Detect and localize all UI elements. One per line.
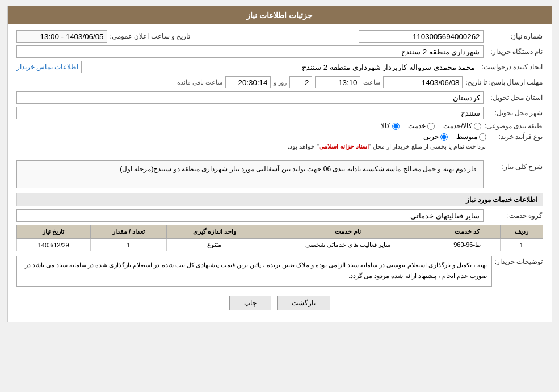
subject-label: طبقه بندی موضوعی: <box>484 122 543 130</box>
cell-qty-1: 1 <box>90 239 166 251</box>
buyer-org-input[interactable] <box>16 45 484 58</box>
radio-kala-input[interactable] <box>392 123 400 130</box>
buttons-row: بازگشت چاپ <box>16 296 543 310</box>
page-container: جزئیات اطلاعات نیاز شماره نیاز: تاریخ و … <box>7 6 552 322</box>
col-unit: واحد اندازه گیری <box>167 225 262 239</box>
creator-label: ایجاد کننده درخواست: <box>481 63 543 71</box>
divider-1 <box>16 155 543 155</box>
radio-kala: کالا <box>381 122 400 130</box>
buyer-org-label: نام دستگاه خریدار: <box>486 48 543 56</box>
subject-radio-group: کالا/خدمت خدمت کالا <box>381 122 481 130</box>
row-buyer-org: نام دستگاه خریدار: <box>16 45 543 58</box>
cell-date-1: 1403/12/29 <box>16 239 90 251</box>
process-description: پرداخت تمام یا بخشی از مبلغ خریدار از مح… <box>16 143 486 150</box>
need-number-input[interactable] <box>359 30 484 43</box>
radio-mutavasit-input[interactable] <box>479 133 486 141</box>
deadline-time-input[interactable] <box>315 76 360 88</box>
radio-mutavasit: متوسط <box>456 133 486 141</box>
row-group-service: گروه خدمت: <box>16 209 543 222</box>
days-label: روز و <box>274 79 287 86</box>
row-province: استان محل تحویل: <box>16 91 543 104</box>
timer-remaining-label: ساعت باقی مانده <box>177 79 222 86</box>
row-creator: ایجاد کننده درخواست: اطلاعات تماس خریدار <box>16 61 543 73</box>
creator-input[interactable] <box>81 61 478 73</box>
print-button[interactable]: چاپ <box>229 296 271 310</box>
city-input[interactable] <box>16 107 484 119</box>
col-code: کد خدمت <box>434 225 500 239</box>
city-label: شهر محل تحویل: <box>486 109 543 117</box>
radio-khidmat: خدمت <box>408 122 435 130</box>
buyer-notes-section: توضیحات خریدار: تهیه ، تکمیل و بارگذاری … <box>16 256 543 287</box>
creator-contact-link[interactable]: اطلاعات تماس خریدار <box>16 63 79 71</box>
process-label: نوع فرآیند خرید: <box>486 133 543 141</box>
table-header-row: ردیف کد خدمت نام خدمت واحد اندازه گیری ت… <box>16 225 543 239</box>
need-desc-label: شرح کلی نیاز: <box>486 160 543 171</box>
radio-kala-khidmat-input[interactable] <box>474 123 481 130</box>
deadline-days-input[interactable] <box>289 76 312 88</box>
content-area: شماره نیاز: تاریخ و ساعت اعلان عمومی: نا… <box>8 24 552 322</box>
radio-mutavasit-label: متوسط <box>456 133 477 141</box>
services-table: ردیف کد خدمت نام خدمت واحد اندازه گیری ت… <box>16 225 543 251</box>
need-description-box: فاز دوم تهیه و حمل مصالح ماسه شکسته بادا… <box>16 160 484 188</box>
group-service-label: گروه خدمت: <box>486 212 543 220</box>
cell-name-1: سایر فعالیت های خدماتی شخصی <box>262 239 434 251</box>
row-process: نوع فرآیند خرید: متوسط جزیی پرداخت تمام … <box>16 133 543 150</box>
row-city: شهر محل تحویل: <box>16 107 543 119</box>
timer-input[interactable] <box>225 76 271 88</box>
radio-khidmat-input[interactable] <box>427 123 435 130</box>
deadline-label: مهلت ارسال پاسخ: تا تاریخ: <box>465 78 543 86</box>
col-row: ردیف <box>501 225 543 239</box>
highlight-text: اسناد خزانه اسلامی <box>319 143 369 150</box>
page-header: جزئیات اطلاعات نیاز <box>8 6 552 24</box>
col-name: نام خدمت <box>262 225 434 239</box>
row-need-number: شماره نیاز: تاریخ و ساعت اعلان عمومی: <box>16 30 543 43</box>
col-date: تاریخ نیاز <box>16 225 90 239</box>
radio-kala-label: کالا <box>381 122 390 130</box>
province-input[interactable] <box>16 91 484 104</box>
radio-kala-khidmat-label: کالا/خدمت <box>443 122 472 130</box>
radio-juzii: جزیی <box>423 133 448 141</box>
row-subject: طبقه بندی موضوعی: کالا/خدمت خدمت کالا <box>16 122 543 130</box>
province-label: استان محل تحویل: <box>486 94 543 102</box>
date-input[interactable] <box>16 30 107 43</box>
date-label: تاریخ و ساعت اعلان عمومی: <box>110 32 191 40</box>
table-row: 1 ط-96-960 سایر فعالیت های خدماتی شخصی م… <box>16 239 543 251</box>
cell-code-1: ط-96-960 <box>434 239 500 251</box>
buyer-notes-content: تهیه ، تکمیل و بارگذاری استعلام بیوستی د… <box>16 256 492 287</box>
radio-juzii-label: جزیی <box>423 133 439 141</box>
cell-row-1: 1 <box>501 239 543 251</box>
radio-khidmat-label: خدمت <box>408 122 426 130</box>
process-radio-group: متوسط جزیی <box>16 133 486 141</box>
services-section: اطلاعات خدمات مورد نیاز گروه خدمت: ردیف … <box>16 193 543 251</box>
back-button[interactable]: بازگشت <box>277 296 330 310</box>
buyer-notes-label: توضیحات خریدار: <box>495 256 543 265</box>
radio-kala-khidmat: کالا/خدمت <box>443 122 481 130</box>
group-service-input[interactable] <box>16 209 484 222</box>
cell-unit-1: متنوع <box>167 239 262 251</box>
radio-juzii-input[interactable] <box>440 133 448 141</box>
row-need-desc: شرح کلی نیاز: فاز دوم تهیه و حمل مصالح م… <box>16 160 543 188</box>
deadline-date-input[interactable] <box>383 76 463 88</box>
page-title: جزئیات اطلاعات نیاز <box>246 11 313 20</box>
need-number-label: شماره نیاز: <box>486 32 543 40</box>
deadline-time-label: ساعت <box>363 79 380 86</box>
row-deadline: مهلت ارسال پاسخ: تا تاریخ: ساعت روز و سا… <box>16 76 543 88</box>
services-title: اطلاعات خدمات مورد نیاز <box>16 193 543 206</box>
col-qty: تعداد / مقدار <box>90 225 166 239</box>
